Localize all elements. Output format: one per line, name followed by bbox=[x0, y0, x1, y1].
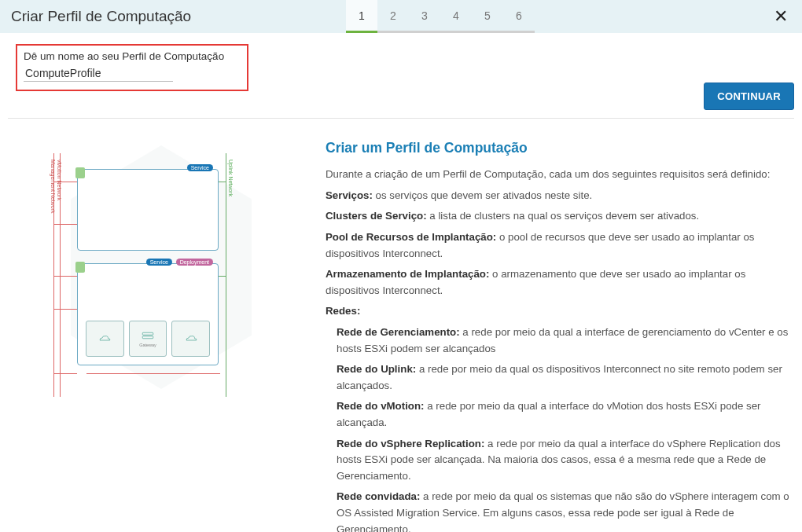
service-badge: Service bbox=[187, 164, 213, 171]
appliance-box: Gateway bbox=[129, 321, 167, 357]
info-item: Serviços: os serviços que devem ser ativ… bbox=[326, 188, 789, 204]
conn bbox=[219, 182, 226, 182]
wizard-title: Criar Perfil de Computação bbox=[0, 8, 346, 25]
deployment-badge: Deployment bbox=[176, 259, 213, 266]
network-item: Rede do vMotion: a rede por meio da qual… bbox=[337, 398, 789, 431]
uplink-line bbox=[226, 153, 226, 397]
diagram-panel: Management Network vMotion Network Uplin… bbox=[8, 138, 307, 532]
step-3[interactable]: 3 bbox=[409, 0, 440, 33]
conn bbox=[53, 224, 77, 225]
wizard-header: Criar Perfil de Computação 1 2 3 4 5 6 ✕ bbox=[0, 0, 802, 33]
conn bbox=[53, 373, 77, 374]
cluster-icon bbox=[75, 167, 85, 178]
info-item: Clusters de Serviço: a lista de clusters… bbox=[326, 208, 789, 225]
wizard-steps: 1 2 3 4 5 6 bbox=[346, 0, 535, 33]
vmotion-label: vMotion Network bbox=[57, 160, 62, 200]
step-5[interactable]: 5 bbox=[472, 0, 503, 33]
appliance-box bbox=[86, 321, 124, 357]
network-item: Rede convidada: a rede por meio da qual … bbox=[337, 489, 789, 532]
cluster-icon bbox=[75, 262, 85, 273]
form-section: Dê um nome ao seu Perfil de Computação C… bbox=[8, 33, 794, 119]
info-heading: Criar um Perfil de Computação bbox=[326, 138, 789, 159]
info-item: Redes: bbox=[326, 303, 789, 320]
conn bbox=[86, 373, 220, 374]
network-item: Rede de Gerenciamento: a rede por meio d… bbox=[337, 325, 789, 357]
profile-name-label: Dê um nome ao seu Perfil de Computação bbox=[24, 50, 241, 62]
appliance-box bbox=[171, 321, 210, 357]
step-6[interactable]: 6 bbox=[503, 0, 535, 33]
info-intro: Durante a criação de um Perfil de Comput… bbox=[326, 167, 789, 183]
conn bbox=[53, 182, 77, 182]
appliance-row: Gateway bbox=[86, 321, 210, 357]
svg-rect-0 bbox=[142, 332, 153, 335]
close-icon[interactable]: ✕ bbox=[774, 6, 788, 27]
step-2[interactable]: 2 bbox=[377, 0, 409, 33]
step-1[interactable]: 1 bbox=[346, 0, 377, 33]
body-content: Management Network vMotion Network Uplin… bbox=[0, 119, 802, 532]
info-item: Pool de Recursos de Implantação: o pool … bbox=[326, 229, 789, 262]
conn bbox=[219, 276, 226, 277]
uplink-label: Uplink Network bbox=[228, 160, 234, 196]
svg-rect-1 bbox=[142, 336, 153, 339]
continue-button[interactable]: CONTINUAR bbox=[704, 83, 794, 110]
service-cluster: Service bbox=[77, 169, 219, 251]
conn bbox=[53, 276, 77, 277]
service-badge-2: Service bbox=[146, 259, 172, 266]
name-field-highlight: Dê um nome ao seu Perfil de Computação bbox=[16, 44, 248, 91]
profile-name-input[interactable] bbox=[24, 65, 173, 82]
conn bbox=[53, 309, 77, 310]
network-item: Rede do vSphere Replication: a rede por … bbox=[337, 436, 789, 485]
deployment-cluster: Service Deployment Gateway bbox=[77, 263, 219, 365]
info-panel: Criar um Perfil de Computação Durante a … bbox=[326, 138, 794, 532]
mgmt-label: Management Network bbox=[50, 160, 56, 213]
architecture-diagram: Management Network vMotion Network Uplin… bbox=[39, 138, 275, 397]
info-item: Armazenamento de Implantação: o armazena… bbox=[326, 266, 789, 299]
network-item: Rede do Uplink: a rede por meio da qual … bbox=[337, 361, 789, 394]
step-4[interactable]: 4 bbox=[440, 0, 472, 33]
